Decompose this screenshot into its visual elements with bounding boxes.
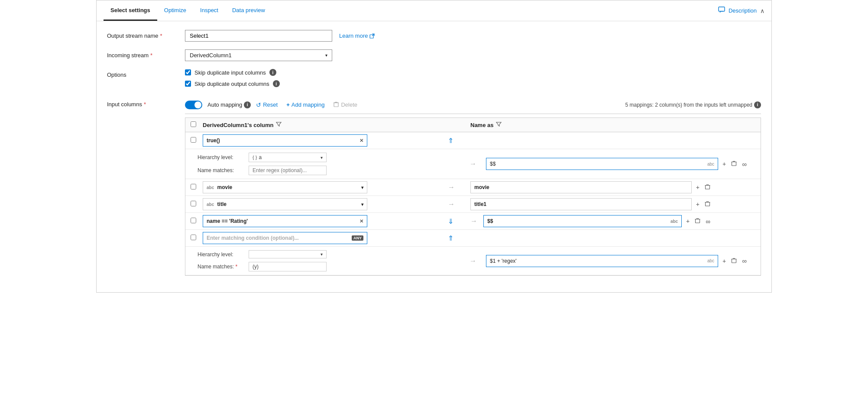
reset-button[interactable]: ↺ Reset bbox=[253, 100, 281, 110]
row4-collapse-down-icon[interactable]: ⇓ bbox=[444, 218, 457, 225]
main-content: Output stream name* Learn more Incoming … bbox=[97, 21, 771, 292]
collapse-icon[interactable]: ∧ bbox=[760, 7, 764, 14]
tab-inspect[interactable]: Inspect bbox=[193, 0, 225, 21]
row5-target-input[interactable]: $1 + 'regex' abc bbox=[486, 255, 718, 267]
row5-hierarchy-input[interactable]: ▾ bbox=[249, 250, 327, 258]
row5-name-matches-field: Name matches: * (y) bbox=[198, 260, 460, 273]
row2-target-input[interactable]: movie bbox=[470, 181, 692, 193]
row2-add-button[interactable]: + bbox=[694, 183, 701, 192]
skip-duplicate-input-checkbox[interactable] bbox=[185, 69, 191, 75]
row5-delete-button[interactable] bbox=[729, 257, 738, 265]
table-row: Enter matching condition (optional)... A… bbox=[185, 230, 761, 275]
svg-rect-0 bbox=[719, 7, 725, 11]
row5-checkbox[interactable] bbox=[191, 235, 196, 240]
options-label: Options bbox=[107, 69, 185, 78]
row1-main: true() ✕ ⇑ bbox=[185, 132, 761, 149]
tab-data-preview[interactable]: Data preview bbox=[225, 0, 272, 21]
row5-hierarchy-field: Hierarchy level: ▾ bbox=[198, 248, 460, 260]
row1-source-input[interactable]: true() ✕ bbox=[203, 134, 367, 147]
row2-checkbox[interactable] bbox=[191, 184, 196, 189]
row3-actions: + bbox=[694, 200, 712, 209]
target-column-header: Name as bbox=[470, 121, 712, 128]
row5-collapse-up-icon[interactable]: ⇑ bbox=[444, 235, 457, 242]
output-stream-input[interactable] bbox=[185, 30, 332, 42]
row4-target-input[interactable]: $$ abc bbox=[483, 215, 682, 227]
row1-link-button[interactable]: ∞ bbox=[740, 160, 748, 169]
description-label: Description bbox=[729, 7, 757, 14]
output-stream-row: Output stream name* Learn more bbox=[107, 30, 761, 42]
row5-sub: Hierarchy level: ▾ Name matches: * bbox=[185, 247, 761, 275]
skip-duplicate-output-label: Skip duplicate output columns bbox=[194, 81, 269, 87]
skip-output-info-icon: i bbox=[273, 80, 280, 87]
row1-name-matches-input[interactable] bbox=[249, 166, 327, 175]
plus-icon: + bbox=[286, 101, 290, 108]
row3-source-input[interactable]: abc title ▾ bbox=[203, 198, 367, 210]
svg-rect-5 bbox=[706, 202, 710, 206]
row1-add-button[interactable]: + bbox=[721, 160, 728, 168]
tab-select-settings[interactable]: Select settings bbox=[104, 0, 157, 21]
any-badge: ANY bbox=[352, 235, 363, 241]
table-row: abc movie ▾ → movie + bbox=[185, 179, 761, 196]
select-all-checkbox[interactable] bbox=[191, 121, 196, 127]
incoming-stream-content: DerivedColumn1 ▾ bbox=[185, 49, 761, 61]
skip-duplicate-output-checkbox[interactable] bbox=[185, 81, 191, 87]
row1-checkbox[interactable] bbox=[191, 137, 196, 143]
table-row: abc title ▾ → title1 + bbox=[185, 196, 761, 213]
row1-hierarchy-input[interactable]: { } a ▾ bbox=[249, 153, 327, 162]
trash-icon bbox=[333, 101, 339, 108]
auto-mapping-toggle[interactable] bbox=[185, 101, 202, 109]
svg-rect-2 bbox=[334, 103, 338, 107]
row5-add-button[interactable]: + bbox=[721, 257, 728, 265]
row5-link-button[interactable]: ∞ bbox=[740, 256, 748, 265]
skip-duplicate-input-row: Skip duplicate input columns i bbox=[185, 69, 761, 76]
row3-add-button[interactable]: + bbox=[694, 200, 701, 209]
toolbar-divider bbox=[185, 114, 761, 114]
source-filter-icon[interactable] bbox=[276, 121, 282, 128]
reset-icon: ↺ bbox=[256, 101, 261, 108]
output-stream-content: Learn more bbox=[185, 30, 761, 42]
svg-rect-3 bbox=[732, 162, 736, 166]
skip-duplicate-output-row: Skip duplicate output columns i bbox=[185, 80, 761, 87]
input-columns-toolbar: Auto mapping i ↺ Reset + Add mapping bbox=[185, 99, 761, 110]
row4-link-button[interactable]: ∞ bbox=[704, 217, 712, 226]
svg-rect-7 bbox=[732, 259, 736, 263]
row5-source-input[interactable]: Enter matching condition (optional)... A… bbox=[203, 232, 367, 244]
svg-rect-4 bbox=[706, 186, 710, 189]
target-filter-icon[interactable] bbox=[496, 121, 502, 128]
tabs-container: Select settings Optimize Inspect Data pr… bbox=[104, 0, 272, 21]
app-container: Select settings Optimize Inspect Data pr… bbox=[96, 0, 772, 293]
description-button[interactable]: Description ∧ bbox=[718, 7, 764, 15]
row1-target-input[interactable]: $$ abc bbox=[486, 158, 718, 170]
row5-actions: + ∞ bbox=[721, 256, 748, 265]
incoming-stream-select[interactable]: DerivedColumn1 ▾ bbox=[185, 49, 332, 61]
row4-checkbox[interactable] bbox=[191, 218, 196, 223]
row4-actions: + ∞ bbox=[684, 217, 712, 226]
input-columns-content: Auto mapping i ↺ Reset + Add mapping bbox=[185, 99, 761, 276]
row3-dropdown-icon: ▾ bbox=[361, 202, 363, 207]
row3-checkbox[interactable] bbox=[191, 201, 196, 206]
row2-source-input[interactable]: abc movie ▾ bbox=[203, 181, 367, 193]
row3-target-input[interactable]: title1 bbox=[470, 198, 692, 210]
row1-actions: + ∞ bbox=[721, 160, 748, 169]
row5-name-matches-input[interactable]: (y) bbox=[249, 262, 327, 271]
mapping-info-icon: i bbox=[754, 101, 761, 108]
skip-input-info-icon: i bbox=[269, 69, 276, 76]
row1-hierarchy-field: Hierarchy level: { } a ▾ bbox=[198, 151, 460, 164]
row3-delete-button[interactable] bbox=[703, 200, 712, 209]
incoming-stream-value: DerivedColumn1 bbox=[190, 52, 232, 59]
tab-optimize[interactable]: Optimize bbox=[157, 0, 193, 21]
row1-delete-button[interactable] bbox=[729, 160, 738, 168]
chat-icon bbox=[718, 7, 725, 15]
tab-bar: Select settings Optimize Inspect Data pr… bbox=[97, 0, 771, 21]
row4-source-input[interactable]: name == 'Rating' ✕ bbox=[203, 215, 367, 227]
row4-delete-button[interactable] bbox=[693, 217, 702, 225]
row1-collapse-up-icon[interactable]: ⇑ bbox=[444, 137, 457, 144]
delete-button[interactable]: Delete bbox=[330, 99, 361, 110]
row2-actions: + bbox=[694, 183, 712, 192]
incoming-stream-row: Incoming stream* DerivedColumn1 ▾ bbox=[107, 49, 761, 61]
learn-more-link[interactable]: Learn more bbox=[339, 33, 375, 39]
add-mapping-button[interactable]: + Add mapping bbox=[283, 100, 328, 110]
table-row: true() ✕ ⇑ bbox=[185, 132, 761, 179]
row4-add-button[interactable]: + bbox=[684, 217, 691, 225]
row2-delete-button[interactable] bbox=[703, 183, 712, 192]
